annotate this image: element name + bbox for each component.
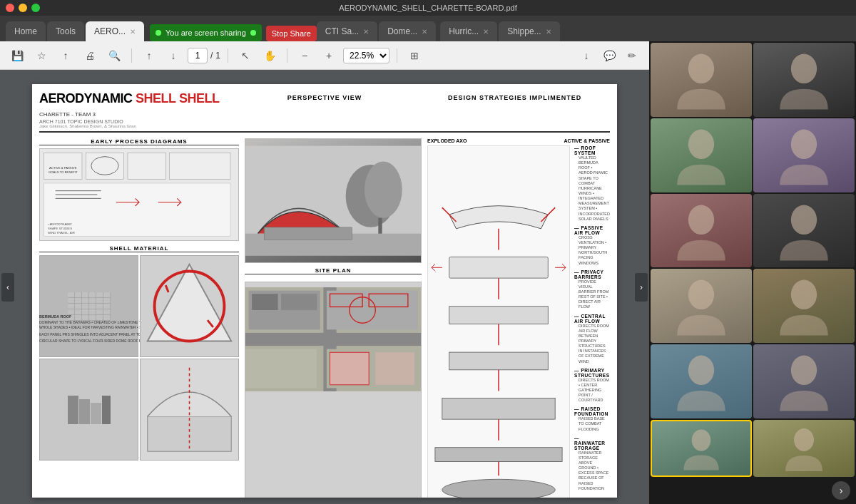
current-page-input[interactable] (188, 48, 208, 63)
video-cell-10[interactable] (753, 344, 855, 418)
svg-point-59 (688, 356, 714, 386)
video-cell-5[interactable] (651, 194, 752, 268)
svg-rect-20 (79, 399, 90, 424)
strategy-desc-4: DIRECTS ROOM • CENTER GATHERING POINT / … (574, 378, 610, 403)
video-cell-11[interactable] (651, 420, 752, 477)
prev-page-button[interactable]: ‹ (1, 273, 14, 302)
tab-close-cti[interactable]: ✕ (363, 28, 369, 36)
strategy-item-6: — RAINWATER STORAGE RAINWATER STORAGE AB… (574, 436, 610, 491)
draw-button[interactable]: ✏ (622, 46, 642, 66)
svg-point-61 (692, 429, 711, 451)
tab-close-shippe[interactable]: ✕ (546, 28, 551, 36)
page-up-button[interactable]: ↑ (139, 46, 159, 66)
tab-hurric[interactable]: Hurric... ✕ (440, 21, 497, 41)
participant-video-4 (753, 118, 855, 192)
exploded-axo-svg (428, 146, 569, 498)
participant-video-11 (652, 421, 750, 475)
tab-tools[interactable]: Tools (47, 21, 84, 41)
strategies-list: — ROOF SYSTEM VAULTED BERMUDA ROOF • AER… (570, 145, 610, 498)
tab-aero[interactable]: AERO... ✕ (86, 21, 144, 41)
stop-sharing-button[interactable]: Stop Share (266, 26, 317, 41)
svg-point-27 (365, 162, 402, 218)
svg-point-54 (791, 129, 817, 159)
hand-tool-button[interactable]: ✋ (260, 46, 280, 66)
video-cell-6[interactable] (753, 194, 855, 268)
participant-video-3 (651, 118, 752, 192)
tab-close-aero[interactable]: ✕ (130, 28, 136, 36)
print-button[interactable]: 🖨 (80, 46, 100, 66)
zoom-in-button[interactable]: + (319, 46, 339, 66)
pdf-document-area[interactable]: ‹ AERODYNAMIC SHELL SHELL CHARETTE - TEA… (0, 70, 649, 504)
title-bar: AERODYNAMIC_SHELL_CHARETTE-BOARD.pdf (0, 0, 856, 16)
page-down-button[interactable]: ↓ (163, 46, 183, 66)
tab-home[interactable]: Home (6, 21, 46, 41)
svg-point-57 (688, 280, 714, 310)
zoom-select[interactable]: 22.5% 50% 75% 100% 125% 150% (343, 48, 389, 63)
perspective-view-image (245, 138, 422, 263)
svg-point-52 (791, 54, 817, 84)
tab-shippe[interactable]: Shippe... ✕ (499, 21, 559, 41)
participant-video-5 (651, 194, 752, 268)
minimize-button[interactable] (19, 4, 27, 12)
video-cell-7[interactable] (651, 269, 752, 343)
svg-rect-44 (375, 352, 414, 385)
strategy-item-4: — PRIMARY STRUCTURES DIRECTS ROOM • CENT… (574, 368, 610, 403)
tab-cti[interactable]: CTI Sa... ✕ (317, 21, 377, 41)
toolbar-right-group: ↓ 💬 ✏ (576, 46, 642, 66)
tab-bar: Home Tools AERO... ✕ You are screen shar… (0, 16, 856, 41)
early-process-diagram: ACTIVE & PASSIVE GOALS TO BENEFIT (39, 148, 239, 241)
participant-video-1 (651, 43, 752, 117)
svg-rect-5 (128, 153, 165, 179)
next-page-button[interactable]: › (635, 273, 648, 302)
maximize-button[interactable] (31, 4, 40, 12)
video-cell-12[interactable] (753, 420, 855, 477)
video-cell-9[interactable] (651, 344, 752, 418)
upload-button[interactable]: ↑ (56, 46, 76, 66)
screen-share-dot-2 (250, 30, 256, 36)
svg-point-50 (442, 479, 555, 498)
tab-close-dome[interactable]: ✕ (422, 28, 427, 36)
save-button[interactable]: 💾 (7, 46, 27, 66)
svg-rect-35 (252, 294, 277, 310)
pdf-perspective-header: PERSPECTIVE VIEW (230, 91, 420, 101)
view-options-button[interactable]: ⊞ (404, 46, 424, 66)
zoom-out-button[interactable]: − (295, 46, 315, 66)
bookmark-button[interactable]: ☆ (31, 46, 51, 66)
material-img-2 (140, 255, 239, 357)
close-button[interactable] (6, 4, 14, 12)
strategy-desc-0: VAULTED BERMUDA ROOF • AERODYNAMIC SHAPE… (574, 155, 610, 222)
process-diagram-svg: ACTIVE & PASSIVE GOALS TO BENEFIT (40, 149, 238, 240)
video-cell-2[interactable] (753, 43, 855, 117)
pdf-toolbar: 💾 ☆ ↑ 🖨 🔍 ↑ ↓ / 1 ↖ ✋ − + 22.5% 50% 75% (0, 41, 649, 70)
tab-dome[interactable]: Dome... ✕ (379, 21, 436, 41)
participant-video-2 (753, 43, 855, 117)
video-cell-3[interactable] (651, 118, 752, 192)
download-button[interactable]: ↓ (576, 46, 596, 66)
svg-point-62 (794, 428, 814, 451)
cursor-tool-button[interactable]: ↖ (235, 46, 255, 66)
search-button[interactable]: 🔍 (104, 46, 124, 66)
pdf-content: AERODYNAMIC SHELL SHELL CHARETTE - TEAM … (32, 84, 617, 498)
participant-video-7 (651, 269, 752, 343)
strategy-name-4: — PRIMARY STRUCTURES (574, 368, 610, 378)
svg-rect-16 (68, 292, 111, 321)
strategy-desc-1: CROSS VENTILATION • PRIMARY NORTH/SOUTH … (574, 235, 610, 266)
video-cell-8[interactable] (753, 269, 855, 343)
comment-button[interactable]: 💬 (599, 46, 619, 66)
tab-close-hurric[interactable]: ✕ (483, 28, 489, 36)
participant-video-8 (753, 269, 855, 343)
pdf-left-column: EARLY PROCESS DIAGRAMS ACTIVE & PASSIVE … (39, 138, 239, 498)
svg-rect-22 (102, 396, 111, 424)
site-plan-image (245, 282, 422, 498)
video-cell-1[interactable] (651, 43, 752, 117)
shell-material-section: SHELL MATERIAL (39, 245, 239, 344)
pdf-pane: 💾 ☆ ↑ 🖨 🔍 ↑ ↓ / 1 ↖ ✋ − + 22.5% 50% 75% (0, 41, 649, 504)
video-cell-4[interactable] (753, 118, 855, 192)
video-scroll-button[interactable]: › (832, 481, 850, 500)
strategy-name-7: — RAINWATER PIPE SYSTEM (574, 495, 610, 498)
strategy-name-2: — PRIVACY BARRIERS (574, 269, 610, 279)
svg-marker-17 (148, 264, 231, 341)
site-plan-svg (245, 282, 421, 396)
screen-share-banner: You are screen sharing (150, 24, 262, 41)
perspective-svg (245, 139, 421, 262)
